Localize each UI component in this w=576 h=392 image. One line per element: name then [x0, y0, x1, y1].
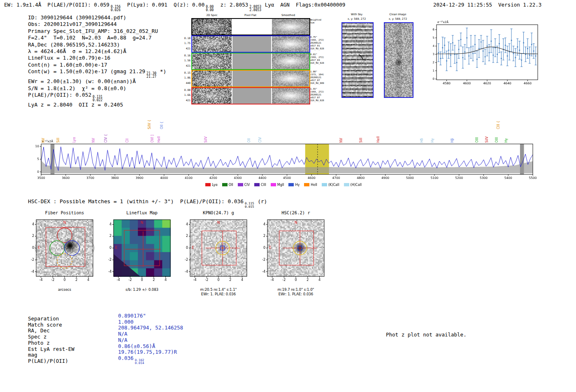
- match-table-row: mag19.76(19.75,19.77)R: [28, 352, 183, 358]
- legend-item: OII: [222, 183, 233, 187]
- clean-image-coords: x, y: 569, 272: [383, 17, 413, 21]
- info-line: Obs: 20200121v017_3090129644: [28, 21, 166, 28]
- with-sky-title: With Sky: [341, 13, 372, 16]
- legend-swatch: [304, 183, 309, 186]
- match-field-label: Spec z: [28, 334, 118, 340]
- info-line: LineFlux = 1.20(±0.79)e-16: [28, 55, 166, 61]
- emission-line-label: SiIV {: [148, 120, 151, 129]
- stacked-uncertainty: 0.1020.014: [135, 359, 144, 365]
- text-segment: ID: 3090129644 (3090129644.pdf): [28, 14, 126, 21]
- text-segment: *): [157, 68, 166, 74]
- match-field-value: 19.76(19.75,19.77)R: [118, 349, 177, 355]
- match-table-row: Photo zN/A: [28, 340, 183, 346]
- emission-line-label: NV: [339, 138, 343, 143]
- legend-swatch: [322, 183, 327, 186]
- emission-line-label: Hβ: [451, 138, 454, 143]
- emission-line-label: OVI ]: [151, 135, 154, 143]
- emission-line-label: CIII {: [497, 121, 500, 129]
- stacked-uncertainty: 0.1560.026: [111, 5, 121, 12]
- emission-line-label: CIV: [258, 137, 262, 143]
- legend-item: Hγ: [288, 183, 300, 187]
- legend-swatch: [205, 183, 211, 186]
- text-segment: Obs: 20200121v017_3090129644: [28, 21, 117, 27]
- emission-line-label: Lyα: [72, 137, 76, 143]
- spec2d-strip-canvas: [191, 87, 310, 104]
- emission-line-label: OII {: [160, 121, 164, 129]
- report-timestamp-version: 2024-12-29 11:25:55 Version 1.22.3: [433, 2, 541, 8]
- match-field-value: 0.890176": [118, 313, 146, 319]
- legend-swatch: [344, 183, 349, 186]
- text-segment: N/A: [118, 331, 128, 337]
- text-segment: 208.964794, 52.146258: [118, 325, 183, 331]
- stacked-uncertainty: 21.3021.27: [146, 72, 156, 78]
- info-line: Primary Spec_Slot_IFU_AMP: 316_022_052_R…: [28, 28, 166, 35]
- text-segment: S/N = 1.8(±1.2) χ² = 0.8(±0.0): [28, 85, 126, 91]
- emission-line-label: Hγ: [431, 138, 434, 143]
- text-segment: N/A: [118, 337, 128, 343]
- legend-item: HeII: [304, 183, 317, 187]
- text-segment: 19.76(19.75,19.77)R: [118, 349, 177, 355]
- emission-line-label: OII: [247, 138, 251, 143]
- text-segment: 1.000: [118, 319, 134, 325]
- emission-line-label: SiII: [56, 138, 60, 143]
- cutout-title: HSC(26.2) r: [258, 210, 333, 215]
- match-field-label: P(LAE)/P(OII): [28, 358, 118, 364]
- info-line: Cont(w) = 1.50(±0.02)e-17 (gmag 21.2921.…: [28, 68, 166, 78]
- spec2d-row-right-labels: 1.00"(573, 104)20200121v017_07316_RU_009: [310, 70, 327, 85]
- emission-line-label: OIII: [495, 137, 499, 143]
- legend-swatch: [238, 183, 243, 186]
- legend-item: (H)CaII: [344, 183, 362, 187]
- text-segment: 0.036: [118, 355, 134, 361]
- text-segment: z: 2.8053: [214, 2, 248, 8]
- emission-line-label: Hδ: [420, 138, 424, 143]
- emission-line-label: SiII: [359, 138, 363, 143]
- text-segment: (r): [254, 198, 267, 204]
- match-table-row: Spec zN/A: [28, 334, 183, 340]
- text-segment: RA,Dec (208.965195,52.146233): [28, 42, 120, 48]
- spec2d-row-left-labels: 0.181.75421: [181, 36, 190, 51]
- emission-line-label: HeII: [376, 136, 380, 143]
- match-table-row: RA, Dec208.964794, 52.146258: [28, 328, 183, 334]
- match-table-row: P(LAE)/P(OII)0.0360.1020.014: [28, 358, 183, 368]
- elixer-detection-report: EW: 1.9±1.4Å P(LAE)/P(OII): 0.0590.1560.…: [0, 0, 576, 392]
- spec2d-strip-canvas: [191, 53, 310, 70]
- cutout-caption: m:19.7 re:1.0" s:1.0"EWr: 1. PLAE: 0.036: [258, 288, 333, 296]
- legend-swatch: [222, 183, 228, 186]
- text-segment: λ = 4624.46Å σ = 12.24(±4.62)Å: [28, 48, 126, 54]
- line-fit-zoom-plot: [426, 19, 541, 89]
- clean-image: [384, 22, 413, 98]
- cutout-canvas: [178, 216, 253, 286]
- spec2d-col-pixelflat: Pixel Flat: [230, 14, 270, 17]
- spec2d-row-right-labels: 1.55"(569, 272)20200121v017_07316_RU_028: [310, 88, 327, 102]
- clean-image-title: Clean Image: [383, 13, 413, 16]
- spec2d-row-right-labels: WeightedSum: [310, 19, 327, 24]
- info-line: RA,Dec (208.965195,52.146233): [28, 42, 166, 48]
- text-segment: Lyα AGN Flags:0x00400009: [262, 2, 345, 8]
- text-segment: P(Lyα): 0.091 Q(z): 0.00: [121, 2, 204, 8]
- match-field-label: Separation: [28, 316, 118, 322]
- match-field-label: Est LyA rest-EW: [28, 346, 118, 353]
- cutout-canvas: [255, 216, 330, 286]
- cutout-caption: arcsecs: [27, 288, 102, 292]
- spec2d-row-left-labels: 0.081.66421: [181, 88, 190, 103]
- text-segment: P(LAE)/P(OII): 0.052: [28, 92, 91, 98]
- text-segment: 0.890176": [118, 313, 146, 319]
- emission-line-label: HeII: [157, 136, 161, 143]
- match-field-label: Match score: [28, 322, 118, 328]
- info-line: Cont(n) = 1.60(±0.00)e-17: [28, 62, 166, 68]
- spec2d-strip-canvas: [191, 35, 310, 53]
- emission-line-label: CIV {: [104, 134, 108, 143]
- spec2d-row-right-labels: 0.81"(569, 272)v017_03316_RU_028: [310, 53, 327, 65]
- stacked-uncertainty: 0.1310.022: [93, 95, 102, 102]
- info-line: EWr = 2.00(±1.30) (w: 0.00(±nan))Å: [28, 78, 166, 85]
- match-field-value: 0.86(±0.56)Å: [118, 343, 155, 349]
- legend-item: Lyα: [205, 183, 218, 187]
- legend-item: MgII: [271, 183, 284, 187]
- legend-item: (K)CaII: [322, 183, 339, 187]
- legend-item: CIII: [254, 183, 266, 187]
- match-field-label: mag: [28, 352, 118, 358]
- cutout-title: KPNO(24.7) g: [181, 210, 256, 215]
- text-segment: EW: 1.9±1.4Å P(LAE)/P(OII): 0.059: [4, 2, 109, 8]
- info-line: λ = 4624.46Å σ = 12.24(±4.62)Å: [28, 48, 166, 55]
- spec2d-strip-canvas: [191, 70, 310, 87]
